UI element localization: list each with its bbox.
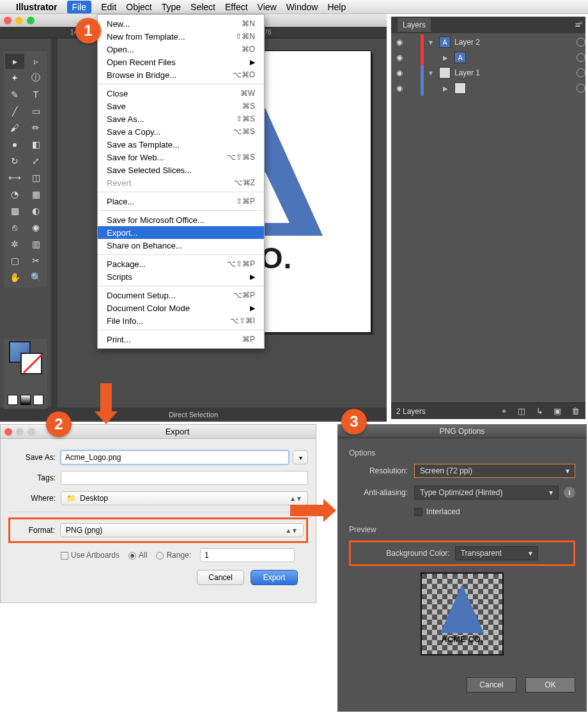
file-menu-item[interactable]: Save Selected Slices... (98, 164, 264, 176)
scale-tool-icon[interactable]: ⤢ (26, 153, 45, 169)
file-menu-item[interactable]: Save a Copy...⌥⌘S (98, 125, 264, 138)
eraser-tool-icon[interactable]: ◧ (26, 137, 45, 152)
perspective-tool-icon[interactable]: ▦ (26, 187, 45, 202)
disclosure-triangle-icon[interactable]: ▶ (443, 54, 451, 61)
menubar-item-object[interactable]: Object (126, 2, 151, 12)
direct-selection-tool-icon[interactable]: ▹ (26, 54, 45, 69)
disclosure-triangle-icon[interactable]: ▼ (428, 70, 435, 77)
menubar-item-select[interactable]: Select (190, 2, 215, 12)
visibility-toggle-icon[interactable]: ◉ (395, 38, 404, 47)
png-cancel-button[interactable]: Cancel (467, 677, 516, 693)
file-menu-item[interactable]: Document Setup...⌥⌘P (98, 289, 264, 302)
resolution-dropdown[interactable]: Screen (72 ppi) ▾ (414, 464, 575, 478)
all-radio[interactable]: All (128, 551, 147, 560)
free-transform-tool-icon[interactable]: ◫ (26, 170, 45, 185)
gradient-tool-icon[interactable]: ◐ (26, 203, 45, 218)
file-menu-item[interactable]: Export... (98, 226, 264, 239)
lasso-tool-icon[interactable]: ⓛ (26, 70, 45, 86)
range-radio[interactable]: Range: (156, 551, 191, 560)
file-menu-item[interactable]: Save for Microsoft Office... (98, 213, 264, 226)
layer-target-icon[interactable] (576, 38, 585, 47)
file-menu-item[interactable]: Document Color Mode▶ (98, 302, 264, 314)
expand-dialog-button[interactable]: ▾ (293, 450, 308, 464)
line-tool-icon[interactable]: ╱ (5, 103, 24, 119)
rectangle-tool-icon[interactable]: ▭ (26, 103, 45, 119)
file-menu-item[interactable]: Share on Behance... (98, 239, 264, 252)
rotate-tool-icon[interactable]: ↻ (5, 153, 24, 169)
menubar-item-help[interactable]: Help (327, 2, 346, 12)
panel-collapse-icon[interactable]: « (579, 19, 583, 26)
disclosure-triangle-icon[interactable]: ▶ (443, 85, 451, 92)
layer-target-icon[interactable] (576, 68, 585, 77)
save-as-input[interactable] (61, 450, 289, 464)
eyedropper-tool-icon[interactable]: ⎋ (5, 220, 24, 235)
new-layer-icon[interactable]: ▣ (552, 406, 562, 417)
layer-row[interactable]: ◉▼ALayer 2 (391, 34, 585, 50)
selection-tool-icon[interactable]: ▸ (5, 54, 24, 69)
menubar-item-type[interactable]: Type (162, 2, 181, 12)
visibility-toggle-icon[interactable]: ◉ (395, 68, 404, 77)
width-tool-icon[interactable]: ⟷ (5, 170, 24, 185)
antialias-dropdown[interactable]: Type Optimized (Hinted) ▾ (414, 486, 559, 500)
layer-name[interactable]: Layer 2 (454, 38, 573, 47)
blend-tool-icon[interactable]: ◉ (26, 220, 45, 235)
type-tool-icon[interactable]: T (26, 87, 45, 102)
magic-wand-tool-icon[interactable]: ✦ (5, 70, 24, 86)
symbol-sprayer-tool-icon[interactable]: ✲ (5, 236, 24, 252)
blob-brush-tool-icon[interactable]: ● (5, 137, 24, 152)
file-menu-item[interactable]: Open Recent Files▶ (98, 56, 264, 68)
slice-tool-icon[interactable]: ✂ (26, 253, 45, 268)
file-menu-item[interactable]: Print...⌘P (98, 333, 264, 346)
disclosure-triangle-icon[interactable]: ▼ (428, 39, 435, 46)
menubar-item-effect[interactable]: Effect (225, 2, 248, 12)
menubar-item-edit[interactable]: Edit (101, 2, 116, 12)
visibility-toggle-icon[interactable]: ◉ (395, 53, 404, 62)
menubar-item-window[interactable]: Window (286, 2, 318, 12)
shape-builder-tool-icon[interactable]: ◔ (5, 187, 24, 202)
menubar-item-view[interactable]: View (258, 2, 277, 12)
use-artboards-checkbox[interactable]: Use Artboards (61, 551, 120, 560)
zoom-tool-icon[interactable]: 🔍 (26, 270, 45, 285)
file-menu-item[interactable]: Scripts▶ (98, 270, 264, 283)
artboard-tool-icon[interactable]: ▢ (5, 253, 24, 268)
layer-name[interactable]: Layer 1 (454, 68, 573, 77)
pen-tool-icon[interactable]: ✎ (5, 87, 24, 102)
file-menu-item[interactable]: Open...⌘O (98, 43, 264, 56)
range-input[interactable] (200, 548, 295, 562)
layer-row[interactable]: ◉▶A (391, 50, 585, 65)
color-mode-icon[interactable] (8, 395, 18, 405)
tags-input[interactable] (61, 471, 308, 485)
none-mode-icon[interactable] (33, 395, 43, 405)
layer-target-icon[interactable] (576, 53, 585, 62)
hand-tool-icon[interactable]: ✋ (5, 270, 24, 285)
file-menu-item[interactable]: Browse in Bridge...⌥⌘O (98, 68, 264, 81)
paintbrush-tool-icon[interactable]: 🖌 (5, 120, 24, 135)
file-menu-item[interactable]: Save for Web...⌥⇧⌘S (98, 151, 264, 164)
window-minimize-icon[interactable] (15, 17, 23, 24)
file-menu-item[interactable]: Place...⇧⌘P (98, 195, 264, 208)
delete-layer-icon[interactable]: 🗑 (570, 406, 580, 417)
stroke-color-swatch[interactable] (20, 353, 42, 374)
export-button[interactable]: Export (251, 570, 298, 585)
png-ok-button[interactable]: OK (525, 677, 575, 693)
file-menu-item[interactable]: Save⌘S (98, 100, 264, 112)
file-menu-item[interactable]: New...⌘N (98, 17, 264, 30)
file-menu-item[interactable]: Close⌘W (98, 87, 264, 100)
file-menu-item[interactable]: Save As...⇧⌘S (98, 112, 264, 125)
file-menu-item[interactable]: File Info...⌥⇧⌘I (98, 314, 264, 327)
column-graph-tool-icon[interactable]: ▥ (26, 236, 45, 252)
info-icon[interactable]: i (564, 487, 575, 498)
background-color-dropdown[interactable]: Transparent ▾ (455, 546, 538, 560)
layer-row[interactable]: ◉▼Layer 1 (391, 65, 585, 80)
layer-row[interactable]: ◉▶ (391, 80, 585, 96)
locate-object-icon[interactable]: ⌖ (499, 406, 509, 417)
where-dropdown[interactable]: 📁Desktop ▲▼ (61, 491, 308, 505)
dialog-close-icon[interactable] (4, 428, 12, 436)
layer-target-icon[interactable] (576, 84, 585, 93)
pencil-tool-icon[interactable]: ✏ (26, 120, 45, 135)
file-menu-item[interactable]: Save as Template... (98, 138, 264, 151)
file-menu-item[interactable]: Package...⌥⇧⌘P (98, 257, 264, 270)
gradient-mode-icon[interactable] (20, 395, 31, 405)
make-clipping-mask-icon[interactable]: ◫ (516, 406, 527, 417)
menubar-app-name[interactable]: Illustrator (16, 2, 58, 12)
